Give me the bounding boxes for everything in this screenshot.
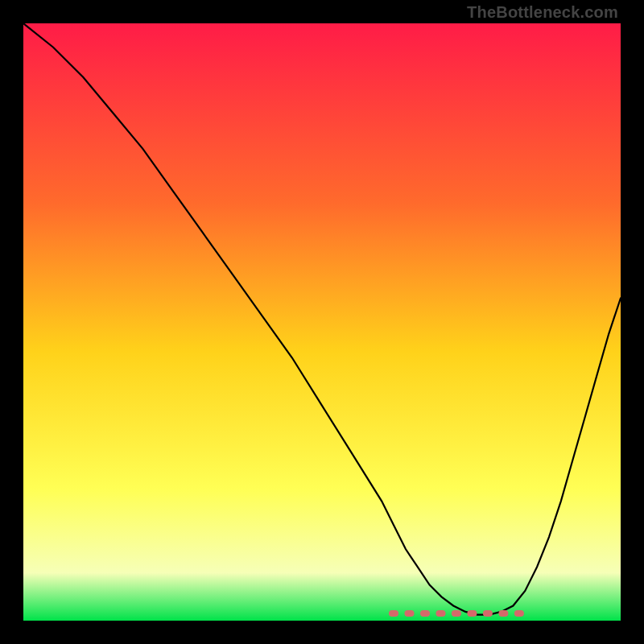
valley-marker-segment bbox=[452, 610, 461, 617]
valley-marker-segment bbox=[389, 610, 398, 617]
valley-marker-segment bbox=[436, 610, 446, 617]
valley-marker-segment bbox=[467, 610, 477, 617]
valley-marker-segment bbox=[420, 610, 430, 617]
watermark-text: TheBottleneck.com bbox=[467, 3, 618, 22]
chart-frame bbox=[23, 23, 621, 621]
valley-marker-segment bbox=[498, 610, 508, 617]
valley-markers bbox=[389, 610, 524, 617]
valley-marker-segment bbox=[405, 610, 415, 617]
valley-marker-segment bbox=[514, 610, 524, 617]
valley-marker-segment bbox=[483, 610, 493, 617]
bottleneck-chart bbox=[23, 23, 621, 621]
